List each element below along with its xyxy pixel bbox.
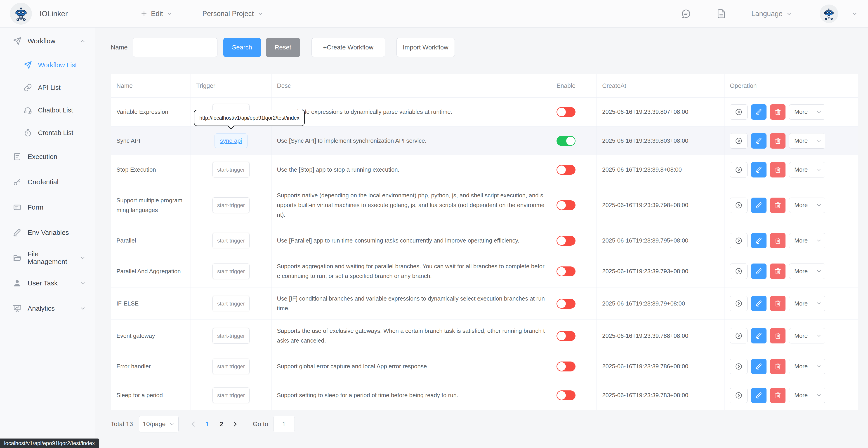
more-button[interactable]: More: [789, 104, 825, 120]
run-button[interactable]: [730, 198, 747, 213]
delete-button[interactable]: [770, 233, 785, 248]
more-button[interactable]: More: [789, 359, 825, 374]
run-button[interactable]: [730, 328, 747, 343]
createat-cell: 2025-06-16T19:23:39.798+08:00: [597, 184, 724, 226]
run-button[interactable]: [730, 133, 747, 148]
prev-page-button[interactable]: [187, 416, 200, 433]
delete-button[interactable]: [770, 296, 785, 311]
more-button[interactable]: More: [789, 296, 825, 311]
delete-button[interactable]: [770, 264, 785, 279]
trigger-link[interactable]: sync-api: [215, 133, 248, 148]
enable-toggle[interactable]: [557, 200, 576, 210]
user-avatar[interactable]: [819, 4, 838, 23]
feedback-comment-icon[interactable]: [681, 8, 691, 19]
sidebar-item-label: Analytics: [28, 305, 80, 312]
sidebar-item-file-management[interactable]: File Management: [0, 245, 95, 271]
name-filter-input[interactable]: [133, 38, 217, 57]
enable-toggle[interactable]: [557, 299, 576, 309]
workflow-name-cell: Sync API: [111, 127, 191, 156]
sidebar-item-form[interactable]: Form: [0, 195, 95, 220]
sidebar-item-crontab-list[interactable]: Crontab List: [0, 122, 95, 144]
enable-toggle[interactable]: [557, 361, 576, 372]
run-button[interactable]: [730, 264, 747, 279]
more-button[interactable]: More: [789, 133, 825, 148]
run-button[interactable]: [730, 388, 747, 403]
edit-button[interactable]: [751, 359, 767, 374]
edit-menu[interactable]: Edit: [140, 10, 173, 18]
account-chevron-down-icon[interactable]: [851, 10, 858, 17]
sidebar-item-workflow-list[interactable]: Workflow List: [0, 54, 95, 76]
sidebar-item-analytics[interactable]: Analytics: [0, 296, 95, 321]
edit-button[interactable]: [751, 198, 767, 213]
delete-button[interactable]: [770, 388, 785, 403]
enable-toggle[interactable]: [557, 236, 576, 246]
run-button[interactable]: [730, 104, 747, 120]
edit-pencil-icon: [755, 137, 763, 145]
enable-toggle[interactable]: [557, 267, 576, 276]
more-button[interactable]: More: [789, 233, 825, 248]
enable-toggle[interactable]: [557, 107, 576, 117]
project-menu[interactable]: Personal Project: [202, 10, 264, 18]
run-button[interactable]: [730, 359, 747, 374]
delete-button[interactable]: [770, 198, 785, 213]
search-button[interactable]: Search: [223, 38, 261, 57]
edit-button[interactable]: [751, 233, 767, 248]
goto-page-input[interactable]: [273, 416, 295, 432]
workflow-name-cell: Event gateway: [111, 320, 191, 352]
createat-value: 2025-06-16T19:23:39.783+08:00: [602, 392, 688, 399]
workflow-desc-cell: Support global error capture and local A…: [272, 352, 551, 381]
sidebar-item-credential[interactable]: Credential: [0, 169, 95, 195]
createat-cell: 2025-06-16T19:23:39.788+08:00: [597, 320, 724, 352]
enable-toggle[interactable]: [557, 331, 576, 341]
edit-button[interactable]: [751, 162, 767, 177]
run-button[interactable]: [730, 296, 747, 311]
language-menu-label: Language: [751, 10, 782, 18]
createat-cell: 2025-06-16T19:23:39.8+08:00: [597, 156, 724, 184]
sidebar-item-execution[interactable]: Execution: [0, 144, 95, 169]
enable-toggle[interactable]: [557, 165, 576, 175]
enable-toggle[interactable]: [557, 390, 576, 400]
delete-button[interactable]: [770, 359, 785, 374]
edit-button[interactable]: [751, 388, 767, 403]
delete-button[interactable]: [770, 133, 785, 148]
more-button[interactable]: More: [789, 264, 825, 279]
enable-toggle[interactable]: [557, 136, 576, 146]
delete-button[interactable]: [770, 162, 785, 177]
sidebar-item-api-list[interactable]: API List: [0, 76, 95, 99]
robot-avatar-icon: [823, 8, 835, 20]
more-button[interactable]: More: [789, 328, 825, 343]
page-button-1[interactable]: 1: [200, 416, 214, 433]
pencil-icon: [13, 228, 22, 237]
import-workflow-button[interactable]: Import Workflow: [397, 38, 455, 57]
column-header-operation: Operation: [724, 74, 858, 98]
page-button-2[interactable]: 2: [214, 416, 228, 433]
sidebar-item-chatbot-list[interactable]: Chatbot List: [0, 99, 95, 122]
sidebar-item-label: Workflow: [28, 37, 80, 45]
more-button[interactable]: More: [789, 162, 825, 177]
next-page-button[interactable]: [228, 416, 242, 433]
edit-button[interactable]: [751, 296, 767, 311]
create-workflow-button[interactable]: +Create Workflow: [311, 38, 385, 57]
page-size-select[interactable]: 10/page: [139, 416, 179, 433]
docs-file-icon[interactable]: [716, 8, 726, 19]
edit-button[interactable]: [751, 264, 767, 279]
operation-cell: More: [724, 287, 858, 320]
edit-button[interactable]: [751, 104, 767, 120]
reset-button[interactable]: Reset: [266, 38, 300, 57]
more-button[interactable]: More: [789, 388, 825, 403]
sidebar-item-env-variables[interactable]: Env Variables: [0, 220, 95, 245]
language-menu[interactable]: Language: [751, 10, 793, 18]
sidebar-item-workflow[interactable]: Workflow: [0, 29, 95, 54]
sidebar-item-label: Crontab List: [38, 129, 86, 137]
delete-button[interactable]: [770, 104, 785, 120]
play-circle-icon: [735, 108, 743, 116]
sidebar-item-user-task[interactable]: User Task: [0, 271, 95, 296]
more-button[interactable]: More: [789, 198, 825, 213]
edit-button[interactable]: [751, 133, 767, 148]
run-button[interactable]: [730, 233, 747, 248]
delete-button[interactable]: [770, 328, 785, 343]
edit-button[interactable]: [751, 328, 767, 343]
trigger-button: start-trigger: [213, 197, 250, 213]
app-logo[interactable]: [10, 3, 32, 25]
run-button[interactable]: [730, 162, 747, 177]
